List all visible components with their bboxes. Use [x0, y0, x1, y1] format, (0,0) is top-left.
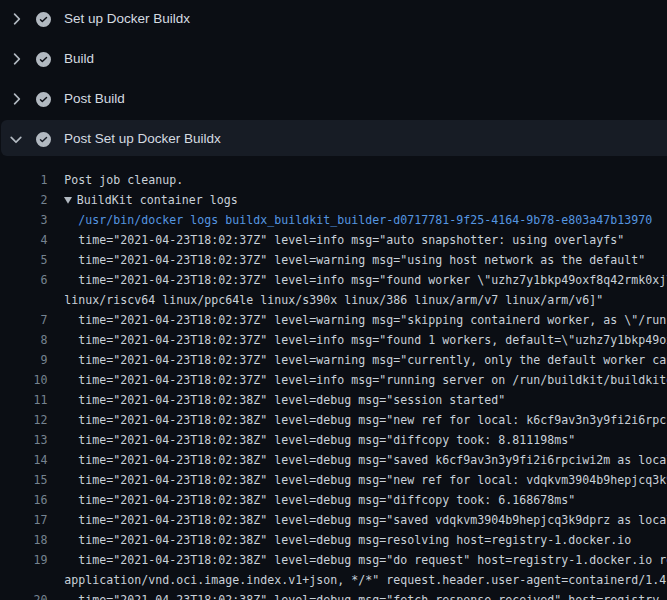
log-line-number[interactable]: 1 — [0, 173, 48, 187]
log-line-number[interactable]: 6 — [0, 273, 48, 287]
log-line-5: 5 time="2021-04-23T18:02:37Z" level=warn… — [0, 250, 667, 270]
log-line-10: 10 time="2021-04-23T18:02:37Z" level=inf… — [0, 370, 667, 390]
log-text: time="2021-04-23T18:02:37Z" level=warnin… — [64, 353, 667, 367]
log-line-18: 18 time="2021-04-23T18:02:38Z" level=deb… — [0, 530, 667, 550]
log-line-15: 15 time="2021-04-23T18:02:38Z" level=deb… — [0, 470, 667, 490]
log-line-number[interactable]: 15 — [0, 473, 48, 487]
log-text: time="2021-04-23T18:02:38Z" level=debug … — [64, 513, 667, 527]
log-area: 1Post job cleanup.2BuildKit container lo… — [0, 160, 667, 600]
check-circle-icon — [36, 12, 51, 27]
step-header-set-up-docker-buildx[interactable]: Set up Docker Buildx — [0, 0, 667, 40]
check-circle-icon — [36, 132, 51, 147]
log-command-text: /usr/bin/docker logs buildx_buildkit_bui… — [64, 213, 652, 227]
log-line-3: 3 /usr/bin/docker logs buildx_buildkit_b… — [0, 210, 667, 230]
log-line-number[interactable]: 8 — [0, 333, 48, 347]
log-group-header[interactable]: BuildKit container logs — [64, 193, 238, 207]
step-header-post-build[interactable]: Post Build — [0, 80, 667, 120]
log-line-number[interactable]: 5 — [0, 253, 48, 267]
log-line-number[interactable]: 20 — [0, 593, 48, 600]
log-line-9: 9 time="2021-04-23T18:02:37Z" level=warn… — [0, 350, 667, 370]
log-line-number[interactable]: 12 — [0, 413, 48, 427]
steps-list: Set up Docker BuildxBuildPost BuildPost … — [0, 0, 667, 156]
log-text: time="2021-04-23T18:02:38Z" level=debug … — [64, 433, 575, 447]
log-line-13: 13 time="2021-04-23T18:02:38Z" level=deb… — [0, 430, 667, 450]
log-line-6: 6 time="2021-04-23T18:02:37Z" level=info… — [0, 270, 667, 290]
check-circle-icon — [36, 92, 51, 107]
step-label: Build — [64, 51, 94, 67]
actions-log-viewer: Set up Docker BuildxBuildPost BuildPost … — [0, 0, 667, 600]
log-text: time="2021-04-23T18:02:37Z" level=info m… — [64, 373, 667, 387]
chevron-right-icon — [7, 10, 25, 28]
log-line-number[interactable]: 13 — [0, 433, 48, 447]
step-header-post-set-up-docker-buildx[interactable]: Post Set up Docker Buildx — [1, 120, 667, 156]
log-text: time="2021-04-23T18:02:37Z" level=info m… — [64, 273, 667, 287]
log-text: time="2021-04-23T18:02:38Z" level=debug … — [64, 553, 667, 567]
log-line-4: 4 time="2021-04-23T18:02:37Z" level=info… — [0, 230, 667, 250]
step-label: Post Set up Docker Buildx — [64, 131, 221, 147]
log-text: time="2021-04-23T18:02:38Z" level=debug … — [64, 453, 667, 467]
log-line-19: 19 time="2021-04-23T18:02:38Z" level=deb… — [0, 550, 667, 570]
log-line-17: 17 time="2021-04-23T18:02:38Z" level=deb… — [0, 510, 667, 530]
log-line-number[interactable]: 2 — [0, 193, 48, 207]
log-line-16: 16 time="2021-04-23T18:02:38Z" level=deb… — [0, 490, 667, 510]
step-label: Set up Docker Buildx — [64, 11, 190, 27]
log-text: application/vnd.oci.image.index.v1+json,… — [64, 573, 666, 587]
log-line-number[interactable]: 3 — [0, 213, 48, 227]
log-line-number[interactable]: 14 — [0, 453, 48, 467]
chevron-down-icon — [7, 131, 25, 149]
log-text: time="2021-04-23T18:02:37Z" level=warnin… — [64, 313, 666, 327]
log-text: time="2021-04-23T18:02:38Z" level=debug … — [64, 493, 575, 507]
log-line-continuation: linux/riscv64 linux/ppc64le linux/s390x … — [0, 290, 667, 310]
log-text: time="2021-04-23T18:02:37Z" level=info m… — [64, 333, 667, 347]
log-text: time="2021-04-23T18:02:37Z" level=info m… — [64, 233, 624, 247]
log-line-number[interactable]: 11 — [0, 393, 48, 407]
chevron-right-icon — [7, 90, 25, 108]
log-line-2: 2BuildKit container logs — [0, 190, 667, 210]
log-text: time="2021-04-23T18:02:38Z" level=debug … — [64, 533, 631, 547]
chevron-right-icon — [7, 50, 25, 68]
log-line-number[interactable]: 16 — [0, 493, 48, 507]
log-line-11: 11 time="2021-04-23T18:02:38Z" level=deb… — [0, 390, 667, 410]
log-line-12: 12 time="2021-04-23T18:02:38Z" level=deb… — [0, 410, 667, 430]
log-text: linux/riscv64 linux/ppc64le linux/s390x … — [64, 293, 603, 307]
log-line-number[interactable]: 7 — [0, 313, 48, 327]
log-line-14: 14 time="2021-04-23T18:02:38Z" level=deb… — [0, 450, 667, 470]
log-line-number[interactable]: 4 — [0, 233, 48, 247]
log-text: time="2021-04-23T18:02:38Z" level=debug … — [64, 593, 667, 600]
step-label: Post Build — [64, 91, 125, 107]
triangle-down-icon — [64, 197, 72, 204]
log-line-continuation: application/vnd.oci.image.index.v1+json,… — [0, 570, 667, 590]
step-header-build[interactable]: Build — [0, 40, 667, 80]
log-line-1: 1Post job cleanup. — [0, 170, 667, 190]
log-line-20: 20 time="2021-04-23T18:02:38Z" level=deb… — [0, 590, 667, 600]
log-text: time="2021-04-23T18:02:38Z" level=debug … — [64, 473, 667, 487]
log-text: time="2021-04-23T18:02:38Z" level=debug … — [64, 413, 667, 427]
log-line-number[interactable]: 19 — [0, 553, 48, 567]
log-line-8: 8 time="2021-04-23T18:02:37Z" level=info… — [0, 330, 667, 350]
log-line-number[interactable]: 18 — [0, 533, 48, 547]
log-line-7: 7 time="2021-04-23T18:02:37Z" level=warn… — [0, 310, 667, 330]
log-text: time="2021-04-23T18:02:37Z" level=warnin… — [64, 253, 645, 267]
log-line-number[interactable]: 17 — [0, 513, 48, 527]
log-line-number[interactable]: 9 — [0, 353, 48, 367]
log-text: time="2021-04-23T18:02:38Z" level=debug … — [64, 393, 505, 407]
check-circle-icon — [36, 52, 51, 67]
log-text: Post job cleanup. — [64, 173, 183, 187]
log-line-number[interactable]: 10 — [0, 373, 48, 387]
